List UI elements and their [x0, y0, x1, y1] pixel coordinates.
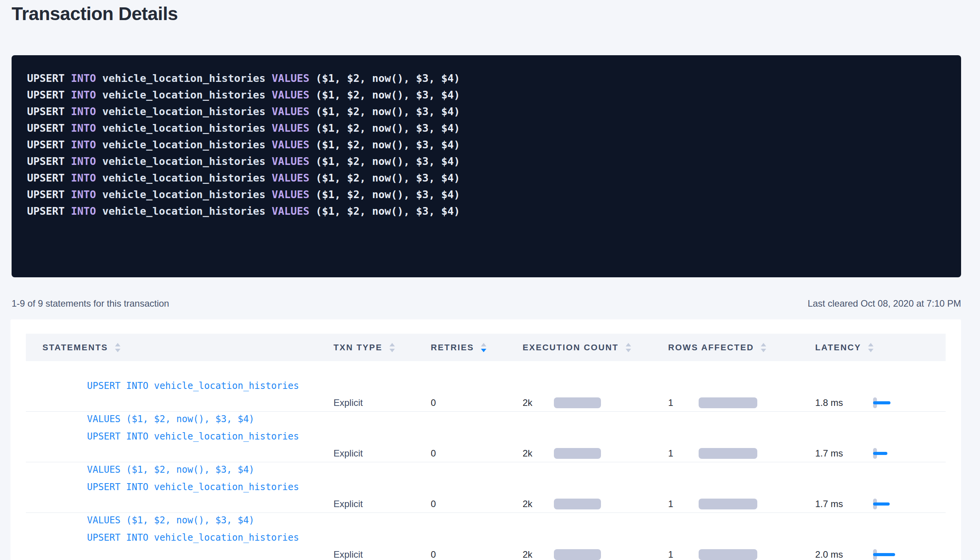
latency-cell: 1.8 ms	[815, 391, 946, 414]
retries-value: 0	[431, 549, 436, 560]
txn-type-cell: Explicit	[333, 448, 431, 459]
execution-count-bar	[554, 448, 601, 459]
column-header-rows-affected[interactable]: ROWS AFFECTED	[668, 343, 815, 353]
rows-affected-cell: 1	[668, 499, 815, 509]
retries-value: 0	[431, 448, 436, 459]
sql-statement-line: UPSERT INTO vehicle_location_histories V…	[27, 136, 946, 153]
sort-icon	[761, 343, 766, 352]
latency-bar-chart	[873, 492, 900, 516]
column-header-label: ROWS AFFECTED	[668, 343, 754, 353]
page-title: Transaction Details	[12, 3, 178, 24]
sql-statement-line: UPSERT INTO vehicle_location_histories V…	[27, 120, 946, 136]
sql-statement-line: UPSERT INTO vehicle_location_histories V…	[27, 87, 946, 103]
column-header-label: LATENCY	[815, 343, 861, 353]
table-row: UPSERT INTO vehicle_location_histories V…	[26, 513, 946, 560]
rows-affected-value: 1	[668, 499, 699, 509]
execution-count-value: 2k	[523, 499, 554, 509]
latency-cell: 1.7 ms	[815, 492, 946, 516]
last-cleared-label: Last cleared Oct 08, 2020 at 7:10 PM	[807, 298, 961, 309]
execution-count-bar	[554, 499, 601, 509]
latency-cell: 1.7 ms	[815, 442, 946, 465]
sort-icon	[115, 343, 120, 352]
latency-value: 2.0 ms	[815, 549, 873, 560]
column-header-label: EXECUTION COUNT	[523, 343, 619, 353]
retries-cell: 0	[431, 397, 523, 408]
table-row: UPSERT INTO vehicle_location_histories V…	[26, 361, 946, 412]
execution-count-cell: 2k	[523, 499, 668, 509]
execution-count-value: 2k	[523, 448, 554, 459]
latency-value: 1.7 ms	[815, 499, 873, 509]
table-body: UPSERT INTO vehicle_location_histories V…	[26, 361, 946, 560]
statements-table-card: STATEMENTS TXN TYPE RETRIES EXECUTION CO…	[10, 319, 961, 560]
rows-affected-bar	[699, 549, 757, 560]
txn-type-cell: Explicit	[333, 549, 431, 560]
retries-value: 0	[431, 397, 436, 408]
execution-count-bar	[554, 549, 601, 560]
table-row: UPSERT INTO vehicle_location_histories V…	[26, 412, 946, 462]
latency-bar	[873, 553, 895, 556]
rows-affected-bar	[699, 397, 757, 408]
txn-type-cell: Explicit	[333, 397, 431, 408]
latency-bar	[873, 502, 890, 506]
table-header-row: STATEMENTS TXN TYPE RETRIES EXECUTION CO…	[26, 334, 946, 361]
latency-value: 1.8 ms	[815, 397, 873, 408]
retries-cell: 0	[431, 549, 523, 560]
txn-type-value: Explicit	[333, 448, 363, 459]
latency-bar-chart	[873, 442, 900, 465]
rows-affected-cell: 1	[668, 448, 815, 459]
rows-affected-value: 1	[668, 549, 699, 560]
rows-affected-value: 1	[668, 397, 699, 408]
latency-bar-chart	[873, 543, 900, 560]
sort-icon	[868, 343, 873, 352]
latency-bar	[873, 401, 890, 404]
sql-code-lines: UPSERT INTO vehicle_location_histories V…	[27, 70, 946, 219]
statement-cell: UPSERT INTO vehicle_location_histories V…	[42, 513, 333, 560]
txn-type-value: Explicit	[333, 549, 363, 560]
execution-count-value: 2k	[523, 397, 554, 408]
retries-value: 0	[431, 499, 436, 509]
column-header-txn-type[interactable]: TXN TYPE	[333, 343, 431, 353]
statement-link[interactable]: UPSERT INTO vehicle_location_histories V…	[42, 513, 299, 560]
rows-affected-value: 1	[668, 448, 699, 459]
sql-statement-line: UPSERT INTO vehicle_location_histories V…	[27, 170, 946, 186]
execution-count-cell: 2k	[523, 397, 668, 408]
column-header-statements[interactable]: STATEMENTS	[42, 343, 333, 353]
sql-statement-line: UPSERT INTO vehicle_location_histories V…	[27, 203, 946, 219]
column-header-label: RETRIES	[431, 343, 474, 353]
txn-type-value: Explicit	[333, 397, 363, 408]
statements-count-label: 1-9 of 9 statements for this transaction	[12, 298, 169, 309]
execution-count-cell: 2k	[523, 448, 668, 459]
txn-type-cell: Explicit	[333, 499, 431, 509]
sort-icon	[389, 343, 395, 352]
statements-table: STATEMENTS TXN TYPE RETRIES EXECUTION CO…	[26, 334, 946, 560]
retries-cell: 0	[431, 448, 523, 459]
table-row: UPSERT INTO vehicle_location_histories V…	[26, 462, 946, 513]
execution-count-bar	[554, 397, 601, 408]
rows-affected-cell: 1	[668, 549, 815, 560]
column-header-execution-count[interactable]: EXECUTION COUNT	[523, 343, 668, 353]
txn-type-value: Explicit	[333, 499, 363, 509]
latency-bar	[873, 452, 887, 455]
latency-bar-chart	[873, 391, 900, 414]
column-header-label: STATEMENTS	[42, 343, 108, 353]
table-meta-row: 1-9 of 9 statements for this transaction…	[12, 298, 961, 309]
latency-value: 1.7 ms	[815, 448, 873, 459]
sort-icon	[626, 343, 631, 352]
sql-code-block: UPSERT INTO vehicle_location_histories V…	[12, 55, 961, 277]
sql-statement-line: UPSERT INTO vehicle_location_histories V…	[27, 70, 946, 87]
column-header-label: TXN TYPE	[333, 343, 383, 353]
rows-affected-bar	[699, 448, 757, 459]
sql-statement-line: UPSERT INTO vehicle_location_histories V…	[27, 153, 946, 170]
column-header-latency[interactable]: LATENCY	[815, 343, 946, 353]
sort-icon-active-desc	[481, 343, 486, 352]
sql-statement-line: UPSERT INTO vehicle_location_histories V…	[27, 103, 946, 120]
rows-affected-bar	[699, 499, 757, 509]
retries-cell: 0	[431, 499, 523, 509]
sql-statement-line: UPSERT INTO vehicle_location_histories V…	[27, 186, 946, 203]
column-header-retries[interactable]: RETRIES	[431, 343, 523, 353]
execution-count-value: 2k	[523, 549, 554, 560]
execution-count-cell: 2k	[523, 549, 668, 560]
rows-affected-cell: 1	[668, 397, 815, 408]
latency-cell: 2.0 ms	[815, 543, 946, 560]
